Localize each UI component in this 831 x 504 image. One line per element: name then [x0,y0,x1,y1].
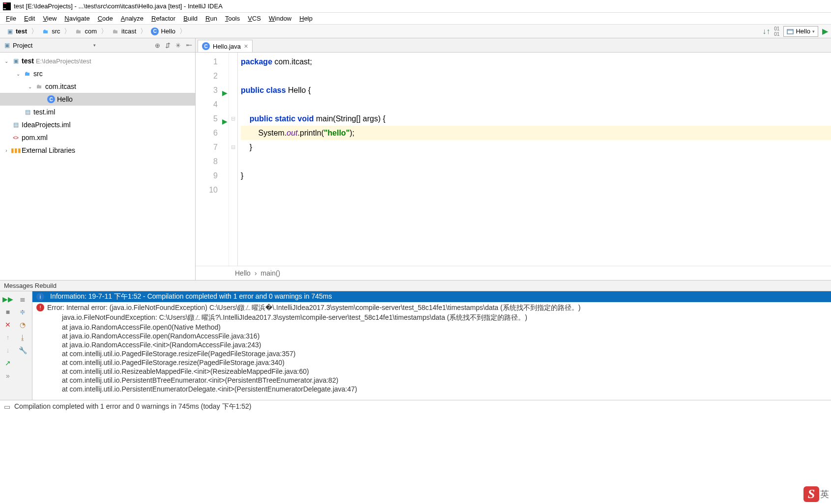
stacktrace-line[interactable]: at java.io.RandomAccessFile.open(RandomA… [32,332,831,340]
stacktrace-line[interactable]: at com.intellij.util.io.ResizeableMapped… [32,367,831,376]
stacktrace-line[interactable]: at java.io.RandomAccessFile.open0(Native… [32,323,831,332]
menu-navigate[interactable]: Navigate [60,14,93,23]
menu-analyze[interactable]: Analyze [117,14,147,23]
breadcrumb-item[interactable]: CHello [148,26,178,37]
tree-arrow-icon[interactable]: ⌄ [15,71,22,77]
code-line[interactable]: public static void main(String[] args) { [241,112,831,126]
help-button[interactable]: ↗ [1,357,15,369]
breadcrumb-item[interactable]: 🖿com [72,26,100,37]
tree-row[interactable]: ▤test.iml [0,106,195,118]
class-icon: C [47,95,55,103]
class-icon: C [202,42,210,50]
stop-button[interactable]: ■ [1,306,15,318]
tree-row[interactable]: ⌄▣test E:\IdeaProjects\test [0,55,195,67]
pin-button[interactable]: ◔ [16,319,29,331]
locate-icon[interactable]: ⊕ [155,42,160,49]
tree-arrow-icon[interactable]: › [3,148,10,153]
close-button[interactable]: ✕ [1,319,15,331]
menu-build[interactable]: Build [179,14,201,23]
messages-content[interactable]: i Information: 19-7-11 下午1:52 - Compilat… [32,291,831,400]
tree-arrow-icon[interactable]: ⌄ [3,58,10,64]
stacktrace-line[interactable]: at com.intellij.util.io.PagedFileStorage… [32,358,831,367]
menu-file[interactable]: File [2,14,20,23]
hide-icon[interactable]: ⭰ [186,42,192,49]
tree-row[interactable]: ▤IdeaProjects.iml [0,118,195,131]
code-line[interactable] [241,97,831,112]
tree-label: Hello [57,95,73,103]
menu-tools[interactable]: Tools [221,14,244,23]
menu-code[interactable]: Code [94,14,117,23]
export-button[interactable]: ⭳ [16,332,29,343]
code-line[interactable] [241,69,831,83]
code-line[interactable]: package com.itcast; [241,55,831,69]
fold-column[interactable]: ⊟⊟ [229,53,238,266]
stacktrace-line[interactable]: at com.intellij.util.io.PersistentBTreeE… [32,376,831,385]
fold-mark[interactable] [229,83,237,97]
crumb-sep: › [255,269,257,277]
stacktrace-line[interactable]: at java.io.RandomAccessFile.<init>(Rando… [32,340,831,349]
fold-mark[interactable]: ⊟ [229,140,237,154]
rerun-button[interactable]: ▶▶ [1,293,15,305]
tree-row[interactable]: ›▮▮▮External Libraries [0,144,195,157]
close-icon[interactable]: ✕ [244,43,248,50]
fold-mark[interactable] [229,154,237,168]
menu-vcs[interactable]: VCS [244,14,265,23]
stacktrace-line[interactable]: at com.intellij.util.io.PersistentEnumer… [32,385,831,393]
tree-arrow-icon[interactable]: ⌄ [27,84,33,89]
fold-mark[interactable] [229,183,237,197]
menu-view[interactable]: View [39,14,60,23]
run-config-selector[interactable]: Hello ▾ [783,26,818,37]
fold-mark[interactable]: ⊟ [229,112,237,126]
up-button[interactable]: ↑ [1,332,15,343]
menu-help[interactable]: Help [295,14,316,23]
tree-label: IdeaProjects.iml [22,121,71,129]
more-button[interactable]: » [1,370,15,382]
breadcrumb-item[interactable]: ▣test [3,26,30,37]
tree-row[interactable]: <>pom.xml [0,131,195,144]
crumb-class[interactable]: Hello [235,269,251,277]
code-line[interactable] [241,154,831,168]
expand-button[interactable]: ≑ [16,306,29,318]
code-line[interactable]: } [241,168,831,183]
tree-row[interactable]: ⌄🖿com.itcast [0,80,195,93]
tree-row[interactable]: ⌄🖿src [0,67,195,80]
chevron-down-icon[interactable]: ▾ [93,43,96,48]
crumb-method[interactable]: main() [261,269,281,277]
code-line[interactable]: } [241,140,831,154]
breadcrumb-item[interactable]: 🖿itcast [109,26,139,37]
message-error-row[interactable]: !Error: Internal error: (java.io.FileNot… [32,303,831,313]
status-icon[interactable]: ▭ [4,403,10,411]
stacktrace-line[interactable]: java.io.FileNotFoundException: C:\Users\… [32,313,831,323]
filter-button[interactable]: ≣ [16,293,29,305]
fold-mark[interactable] [229,168,237,183]
tree-row[interactable]: CHello [0,93,195,106]
spacer [16,357,29,369]
code-line[interactable]: public class Hello { [241,83,831,97]
settings-button[interactable]: 🔧 [16,344,29,356]
ime-indicator[interactable]: S 英 [803,486,829,502]
menu-refactor[interactable]: Refactor [147,14,179,23]
run-button[interactable]: ▶ [822,27,828,36]
fold-mark[interactable] [229,97,237,112]
fold-mark[interactable] [229,126,237,140]
code-line[interactable] [241,183,831,197]
collapse-icon[interactable]: ⇵ [165,42,171,49]
menu-run[interactable]: Run [201,14,221,23]
code-line[interactable]: System.out.println("hello"); [241,126,831,140]
editor-code[interactable]: package com.itcast;public class Hello { … [238,53,831,266]
breadcrumbs: ▣test〉🖿src〉🖿com〉🖿itcast〉CHello〉 [3,26,186,37]
gear-icon[interactable]: ✳ [175,42,181,49]
message-info-row[interactable]: i Information: 19-7-11 下午1:52 - Compilat… [32,291,831,302]
stacktrace-line[interactable]: at com.intellij.util.io.PagedFileStorage… [32,349,831,358]
tree-label: src [33,70,43,78]
down-button[interactable]: ↓ [1,344,15,356]
menu-edit[interactable]: Edit [20,14,39,23]
fold-mark[interactable] [229,55,237,69]
menu-window[interactable]: Window [265,14,295,23]
editor-gutter[interactable]: 123▶45▶678910 [196,53,229,266]
editor-tab[interactable]: C Hello.java ✕ [198,40,253,52]
breadcrumb-item[interactable]: 🖿src [39,26,63,37]
fold-mark[interactable] [229,69,237,83]
toggle-soft-wrap-icon[interactable]: 0101 [774,26,779,37]
sync-icon[interactable]: ↓↑ [762,27,770,36]
